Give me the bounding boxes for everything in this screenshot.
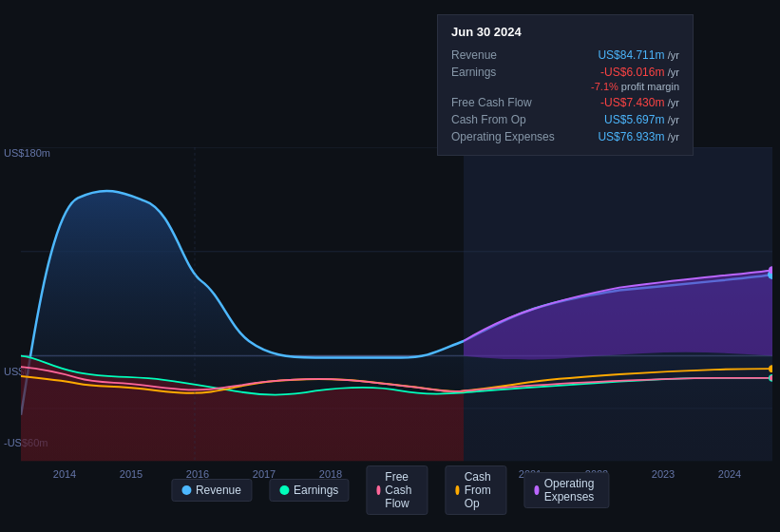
chart-container: Jun 30 2024 Revenue US$84.711m /yr Earni… bbox=[0, 0, 780, 532]
legend-item-earnings[interactable]: Earnings bbox=[269, 479, 349, 502]
legend-dot-revenue bbox=[181, 485, 191, 495]
tooltip-value-earnings: -US$6.016m /yr bbox=[600, 66, 679, 79]
tooltip-label-earnings: Earnings bbox=[451, 66, 556, 79]
tooltip-value-opex: US$76.933m /yr bbox=[598, 130, 679, 143]
tooltip-row-revenue: Revenue US$84.711m /yr bbox=[451, 47, 679, 64]
legend-dot-fcf bbox=[376, 485, 380, 495]
tooltip-value-cfo: US$5.697m /yr bbox=[604, 113, 679, 126]
tooltip-label-fcf: Free Cash Flow bbox=[451, 96, 556, 109]
legend-item-revenue[interactable]: Revenue bbox=[171, 479, 252, 502]
tooltip-label-opex: Operating Expenses bbox=[451, 130, 556, 143]
tooltip-row-cfo: Cash From Op US$5.697m /yr bbox=[451, 111, 679, 128]
legend-dot-opex bbox=[534, 485, 539, 495]
tooltip-value-fcf: -US$7.430m /yr bbox=[600, 96, 679, 109]
chart-svg bbox=[21, 147, 772, 470]
tooltip-row-fcf: Free Cash Flow -US$7.430m /yr bbox=[451, 94, 679, 111]
tooltip-box: Jun 30 2024 Revenue US$84.711m /yr Earni… bbox=[437, 14, 694, 156]
tooltip-title: Jun 30 2024 bbox=[451, 25, 679, 39]
tooltip-profit-margin: -7.1% profit margin bbox=[451, 81, 679, 94]
legend-item-fcf[interactable]: Free Cash Flow bbox=[366, 466, 428, 515]
legend-dot-cfo bbox=[455, 485, 459, 495]
tooltip-label-cfo: Cash From Op bbox=[451, 113, 556, 126]
legend-item-cfo[interactable]: Cash From Op bbox=[445, 466, 506, 515]
legend-label-revenue: Revenue bbox=[196, 484, 241, 497]
legend-label-fcf: Free Cash Flow bbox=[385, 470, 417, 510]
tooltip-row-earnings: Earnings -US$6.016m /yr bbox=[451, 64, 679, 81]
legend-item-opex[interactable]: Operating Expenses bbox=[523, 472, 609, 508]
legend-label-opex: Operating Expenses bbox=[544, 477, 599, 504]
legend-label-earnings: Earnings bbox=[294, 484, 338, 497]
legend: Revenue Earnings Free Cash Flow Cash Fro… bbox=[171, 466, 609, 515]
tooltip-label-revenue: Revenue bbox=[451, 48, 556, 62]
legend-label-cfo: Cash From Op bbox=[465, 470, 497, 510]
tooltip-value-revenue: US$84.711m /yr bbox=[598, 48, 679, 62]
legend-dot-earnings bbox=[279, 485, 289, 495]
tooltip-row-opex: Operating Expenses US$76.933m /yr bbox=[451, 128, 679, 145]
